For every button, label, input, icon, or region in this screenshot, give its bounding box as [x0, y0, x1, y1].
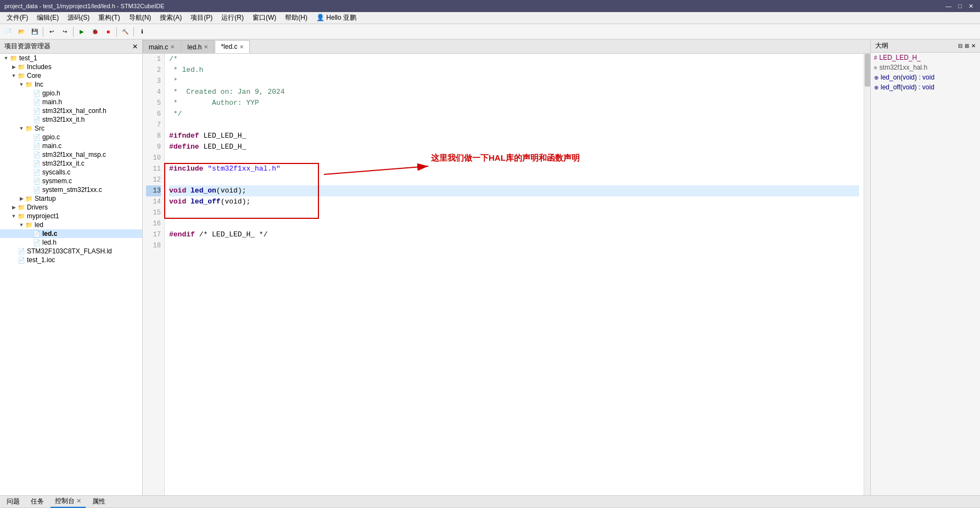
bottom-tab-3[interactable]: 属性 [88, 496, 110, 507]
code-line-2: * led.h [169, 65, 859, 76]
menu-item[interactable]: 编辑(E) [32, 12, 63, 24]
tree-item-20[interactable]: 📄led.c [0, 229, 142, 238]
toolbar-btn-undo[interactable]: ↩ [46, 26, 58, 38]
toolbar-btn-run[interactable]: ▶ [76, 26, 88, 38]
menu-bar: 文件(F)编辑(E)源码(S)重构(T)导航(N)搜索(A)项目(P)运行(R)… [0, 12, 980, 24]
tree-icon-18: 📁 [18, 213, 25, 220]
toolbar-btn-redo[interactable]: ↪ [59, 26, 71, 38]
toolbar-btn-save[interactable]: 💾 [29, 26, 41, 38]
toolbar-btn-debug[interactable]: 🐞 [89, 26, 101, 38]
editor-tab-0[interactable]: main.c✕ [143, 40, 181, 53]
tree-icon-3: 📁 [25, 81, 33, 88]
outline-label-1: stm32f1xx_hal.h [880, 64, 927, 71]
outline-ctrl-2[interactable]: ⊞ [965, 43, 969, 49]
outline-label-3: led_off(void) : void [881, 83, 934, 91]
tab-close-0[interactable]: ✕ [170, 44, 175, 50]
tree-item-0[interactable]: ▼📁test_1 [0, 54, 142, 63]
tree-item-1[interactable]: ▶📁Includes [0, 63, 142, 71]
tree-item-9[interactable]: 📄gpio.c [0, 133, 142, 142]
tree-item-17[interactable]: ▶📁Drivers [0, 203, 142, 212]
tree-item-3[interactable]: ▼📁Inc [0, 80, 142, 89]
menu-item[interactable]: 导航(N) [125, 12, 156, 24]
tree-item-14[interactable]: 📄sysmem.c [0, 177, 142, 185]
toolbar-btn-open[interactable]: 📂 [15, 26, 27, 38]
tree-item-5[interactable]: 📄main.h [0, 98, 142, 106]
close-button[interactable]: ✕ [966, 3, 976, 10]
toolbar-btn-build[interactable]: 🔨 [119, 26, 131, 38]
line-number-2: 2 [146, 65, 161, 76]
line-number-9: 9 [146, 142, 161, 152]
outline-item-0[interactable]: #LED_LED_H_ [871, 53, 980, 63]
toolbar-btn-new[interactable]: 📄 [2, 26, 14, 38]
tree-label-20: led.c [42, 230, 57, 237]
console-close-btn[interactable]: ✕ [75, 497, 81, 504]
tree-item-4[interactable]: 📄gpio.h [0, 89, 142, 98]
tree-item-16[interactable]: ▶📁Startup [0, 194, 142, 203]
menu-item[interactable]: 👤 Hello 亚鹏 [312, 12, 361, 24]
sidebar-close-btn[interactable]: ✕ [132, 43, 138, 50]
tab-close-1[interactable]: ✕ [204, 44, 208, 50]
tree-label-6: stm32f1xx_hal_conf.h [42, 107, 107, 115]
tree-arrow-1: ▶ [10, 64, 18, 70]
tree-item-18[interactable]: ▼📁myproject1 [0, 212, 142, 220]
menu-item[interactable]: 文件(F) [2, 12, 32, 24]
tree-icon-9: 📄 [33, 134, 41, 141]
code-content[interactable]: /* * led.h * * Created on: Jan 9, 2024 *… [165, 54, 864, 495]
code-line-15 [169, 207, 859, 218]
menu-item[interactable]: 帮助(H) [281, 12, 312, 24]
tree-item-8[interactable]: ▼📁Src [0, 124, 142, 133]
menu-item[interactable]: 源码(S) [63, 12, 94, 24]
tree-item-12[interactable]: 📄stm32f1xx_it.c [0, 159, 142, 168]
tree-icon-19: 📁 [25, 222, 33, 229]
outline-ctrl-1[interactable]: ⊟ [958, 43, 962, 49]
tree-item-6[interactable]: 📄stm32f1xx_hal_conf.h [0, 106, 142, 115]
tree-arrow-8: ▼ [18, 126, 25, 131]
code-line-13: void led_on(void); [169, 185, 859, 196]
tree-item-15[interactable]: 📄system_stm32f1xx.c [0, 185, 142, 194]
tree-label-17: Drivers [27, 203, 48, 211]
bottom-tab-0[interactable]: 问题 [2, 496, 24, 507]
outline-item-2[interactable]: ⊕led_on(void) : void [871, 72, 980, 82]
tree-arrow-3: ▼ [18, 82, 25, 87]
tree-item-21[interactable]: 📄led.h [0, 238, 142, 247]
outline-header: 大纲 ⊟ ⊞ ✕ [871, 39, 980, 53]
tree-label-16: Startup [35, 195, 56, 202]
bottom-panel: 问题 任务 控制台 ✕ 属性 此时没有要显示的控制台。 [0, 495, 980, 509]
tree-item-19[interactable]: ▼📁led [0, 220, 142, 229]
outline-item-1[interactable]: ≡stm32f1xx_hal.h [871, 63, 980, 72]
tree-arrow-2: ▼ [10, 73, 18, 78]
minimize-button[interactable]: — [943, 3, 954, 10]
scrollbar-thumb[interactable] [865, 54, 870, 87]
tree-item-10[interactable]: 📄main.c [0, 142, 142, 150]
code-editor[interactable]: 123456789101112131415161718 /* * led.h *… [143, 54, 870, 495]
tree-arrow-16: ▶ [18, 196, 25, 201]
menu-item[interactable]: 窗口(W) [248, 12, 281, 24]
maximize-button[interactable]: □ [956, 3, 964, 10]
toolbar-btn-info[interactable]: ℹ [136, 26, 148, 38]
tree-icon-4: 📄 [33, 90, 41, 97]
tree-item-11[interactable]: 📄stm32f1xx_hal_msp.c [0, 150, 142, 159]
menu-item[interactable]: 重构(T) [94, 12, 124, 24]
outline-close[interactable]: ✕ [971, 43, 976, 49]
outline-item-3[interactable]: ⊕led_off(void) : void [871, 82, 980, 92]
menu-item[interactable]: 搜索(A) [155, 12, 186, 24]
tree-item-23[interactable]: 📄test_1.ioc [0, 256, 142, 264]
toolbar: 📄 📂 💾 ↩ ↪ ▶ 🐞 ■ 🔨 ℹ [0, 24, 980, 39]
line-number-13: 13 [146, 185, 161, 196]
tree-item-22[interactable]: 📄STM32F103C8TX_FLASH.ld [0, 247, 142, 256]
editor-scrollbar[interactable] [864, 54, 870, 495]
tree-icon-20: 📄 [33, 230, 41, 237]
editor-tab-1[interactable]: led.h✕ [181, 40, 214, 53]
menu-item[interactable]: 项目(P) [186, 12, 217, 24]
toolbar-btn-stop[interactable]: ■ [102, 26, 114, 38]
tree-label-14: sysmem.c [42, 177, 72, 185]
menu-item[interactable]: 运行(R) [217, 12, 248, 24]
tab-close-2[interactable]: ✕ [239, 44, 244, 50]
tree-item-2[interactable]: ▼📁Core [0, 71, 142, 80]
editor-tab-2[interactable]: *led.c✕ [215, 40, 250, 53]
bottom-tab-2[interactable]: 控制台 ✕ [51, 495, 86, 508]
outline-title: 大纲 [875, 41, 888, 50]
tree-item-7[interactable]: 📄stm32f1xx_it.h [0, 115, 142, 124]
bottom-tab-1[interactable]: 任务 [26, 496, 48, 507]
tree-item-13[interactable]: 📄syscalls.c [0, 168, 142, 177]
